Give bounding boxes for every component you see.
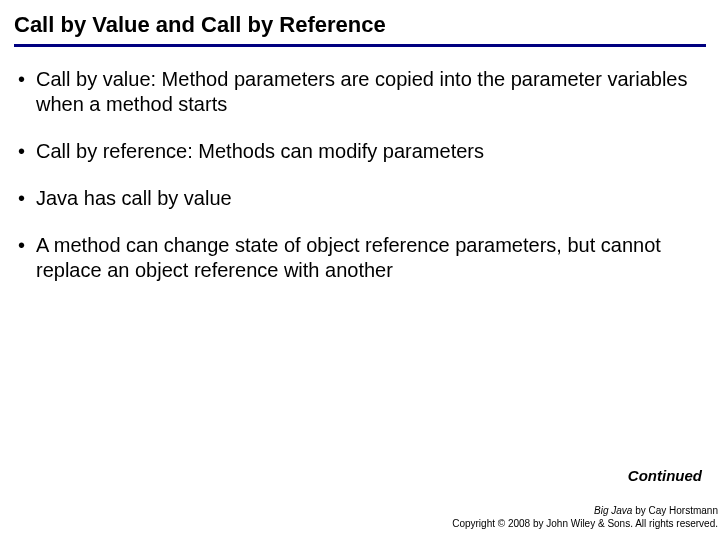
list-item: • A method can change state of object re… xyxy=(18,233,702,283)
slide: Call by Value and Call by Reference • Ca… xyxy=(0,0,720,540)
list-item: • Call by reference: Methods can modify … xyxy=(18,139,702,164)
bullet-icon: • xyxy=(18,139,36,164)
bullet-text: Call by value: Method parameters are cop… xyxy=(36,67,702,117)
slide-content: • Call by value: Method parameters are c… xyxy=(14,67,706,283)
book-title: Big Java xyxy=(594,505,632,516)
list-item: • Java has call by value xyxy=(18,186,702,211)
bullet-icon: • xyxy=(18,67,36,92)
bullet-text: Java has call by value xyxy=(36,186,702,211)
list-item: • Call by value: Method parameters are c… xyxy=(18,67,702,117)
bullet-list: • Call by value: Method parameters are c… xyxy=(18,67,702,283)
bullet-text: A method can change state of object refe… xyxy=(36,233,702,283)
bullet-text: Call by reference: Methods can modify pa… xyxy=(36,139,702,164)
continued-label: Continued xyxy=(628,467,702,484)
title-underline xyxy=(14,44,706,47)
footer-line-1: Big Java by Cay Horstmann xyxy=(452,504,718,517)
footer: Big Java by Cay Horstmann Copyright © 20… xyxy=(452,504,720,530)
slide-title: Call by Value and Call by Reference xyxy=(14,12,706,44)
author-text: by Cay Horstmann xyxy=(632,505,718,516)
bullet-icon: • xyxy=(18,186,36,211)
footer-line-2: Copyright © 2008 by John Wiley & Sons. A… xyxy=(452,517,718,530)
bullet-icon: • xyxy=(18,233,36,258)
